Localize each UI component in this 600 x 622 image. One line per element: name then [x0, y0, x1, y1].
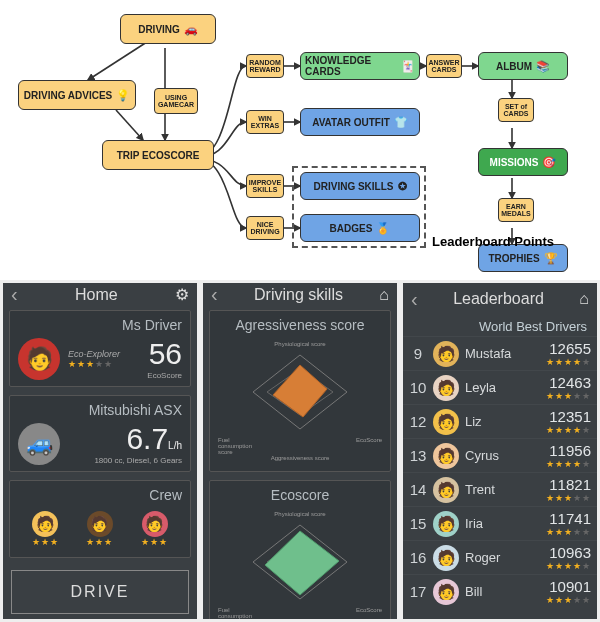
player-name: Cyrus	[465, 448, 540, 463]
player-stars: ★★★★★	[546, 357, 591, 367]
crew-avatar: 🧑	[142, 511, 168, 537]
player-name: Trent	[465, 482, 540, 497]
svg-marker-2	[273, 365, 327, 417]
radar-chart-eco	[245, 517, 355, 607]
leaderboard-row[interactable]: 16🧑Roger10963★★★★★	[403, 540, 597, 574]
player-name: Mustafa	[465, 346, 540, 361]
concept-diagram: DRIVING🚗 DRIVING ADVICES💡 USING GAMECAR …	[0, 0, 600, 280]
ecoscore-title: Ecoscore	[218, 487, 382, 503]
node-using-gamecar: USING GAMECAR	[154, 88, 198, 114]
rank: 15	[409, 515, 427, 532]
node-album: ALBUM📚	[478, 52, 568, 80]
player-avatar: 🧑	[433, 443, 459, 469]
player-score: 12463	[546, 374, 591, 391]
radar-chart-aggr	[245, 347, 355, 437]
trophy-icon: 🏆	[544, 252, 558, 265]
crew-avatar: 🧑	[32, 511, 58, 537]
leaderboard-row[interactable]: 9🧑Mustafa12655★★★★★	[403, 336, 597, 370]
leaderboard-row[interactable]: 17🧑Bill10901★★★★★	[403, 574, 597, 608]
shirt-icon: 👕	[394, 116, 408, 129]
leaderboard-title: Leaderboard	[418, 290, 580, 308]
node-nice-driving: NICE DRIVING	[246, 216, 284, 240]
player-stars: ★★★★★	[546, 493, 591, 503]
skills-title: Driving skills	[218, 286, 380, 304]
leaderboard-subtitle: World Best Drivers	[403, 315, 597, 336]
driver-score-unit: EcoScore	[147, 371, 182, 380]
rank: 9	[409, 345, 427, 362]
leaderboard-row[interactable]: 12🧑Liz12351★★★★★	[403, 404, 597, 438]
rank: 16	[409, 549, 427, 566]
cards-icon: 🃏	[401, 60, 415, 73]
bulb-icon: 💡	[116, 89, 130, 102]
player-score: 10901	[546, 578, 591, 595]
skills-screen: ‹ Driving skills ⌂ Agressiveness score P…	[203, 283, 397, 619]
driver-role: Eco-Explorer	[68, 349, 139, 359]
car-card[interactable]: Mitsubishi ASX 🚙 6.7L/h 1800 cc, Diesel,…	[9, 395, 191, 472]
player-score: 11741	[546, 510, 591, 527]
player-stars: ★★★★★	[546, 391, 591, 401]
album-icon: 📚	[536, 60, 550, 73]
node-avatar-outfit: AVATAR OUTFIT👕	[300, 108, 420, 136]
driver-card[interactable]: Ms Driver 🧑 Eco-Explorer ★★★★★ 56 EcoSco…	[9, 310, 191, 387]
leaderboard-row[interactable]: 10🧑Leyla12463★★★★★	[403, 370, 597, 404]
target-icon: 🎯	[542, 156, 556, 169]
screenshots-row: ‹ Home ⚙ Ms Driver 🧑 Eco-Explorer ★★★★★ …	[0, 280, 600, 622]
player-stars: ★★★★★	[546, 425, 591, 435]
player-stars: ★★★★★	[546, 527, 591, 537]
drive-button[interactable]: DRIVE	[11, 570, 189, 614]
aggressiveness-card: Agressiveness score Physiological score …	[209, 310, 391, 472]
node-improve-skills: IMPROVE SKILLS	[246, 174, 284, 198]
car-value: 6.7L/h	[94, 422, 182, 456]
leaderboard-row[interactable]: 14🧑Trent11821★★★★★	[403, 472, 597, 506]
ecoscore-card: Ecoscore Physiological score Fuel consum…	[209, 480, 391, 619]
player-avatar: 🧑	[433, 341, 459, 367]
rank: 10	[409, 379, 427, 396]
node-trip-ecoscore: TRIP ECOSCORE	[102, 140, 214, 170]
player-avatar: 🧑	[433, 477, 459, 503]
crew-card[interactable]: Crew 🧑★★★ 🧑★★★ 🧑★★★	[9, 480, 191, 558]
leaderboard-row[interactable]: 13🧑Cyrus11956★★★★★	[403, 438, 597, 472]
back-icon[interactable]: ‹	[211, 283, 218, 306]
driver-stars: ★★★★★	[68, 359, 139, 369]
rank: 14	[409, 481, 427, 498]
player-name: Iria	[465, 516, 540, 531]
player-score: 12655	[546, 340, 591, 357]
back-icon[interactable]: ‹	[411, 288, 418, 311]
player-score: 10963	[546, 544, 591, 561]
rank: 13	[409, 447, 427, 464]
car-detail: 1800 cc, Diesel, 6 Gears	[94, 456, 182, 465]
home-title: Home	[18, 286, 175, 304]
player-score: 12351	[546, 408, 591, 425]
player-name: Liz	[465, 414, 540, 429]
crew-label: Crew	[18, 487, 182, 503]
gear-icon[interactable]: ⚙	[175, 285, 189, 304]
player-avatar: 🧑	[433, 579, 459, 605]
player-name: Roger	[465, 550, 540, 565]
driver-name: Ms Driver	[18, 317, 182, 333]
driver-score: 56	[147, 337, 182, 371]
leaderboard-screen: ‹ Leaderboard ⌂ World Best Drivers 9🧑Mus…	[403, 283, 597, 619]
car-name: Mitsubishi ASX	[18, 402, 182, 418]
home-icon[interactable]: ⌂	[379, 286, 389, 304]
node-win-extras: WIN EXTRAS	[246, 110, 284, 134]
aggressiveness-title: Agressiveness score	[218, 317, 382, 333]
player-stars: ★★★★★	[546, 459, 591, 469]
node-set-of-cards: SET of CARDS	[498, 98, 534, 122]
player-avatar: 🧑	[433, 511, 459, 537]
home-icon[interactable]: ⌂	[579, 290, 589, 308]
player-avatar: 🧑	[433, 409, 459, 435]
player-avatar: 🧑	[433, 545, 459, 571]
back-icon[interactable]: ‹	[11, 283, 18, 306]
player-name: Bill	[465, 584, 540, 599]
leaderboard-list[interactable]: 9🧑Mustafa12655★★★★★10🧑Leyla12463★★★★★12🧑…	[403, 336, 597, 608]
player-score: 11821	[546, 476, 591, 493]
player-score: 11956	[546, 442, 591, 459]
car-image: 🚙	[18, 423, 60, 465]
crew-avatar: 🧑	[87, 511, 113, 537]
node-missions: MISSIONS🎯	[478, 148, 568, 176]
node-knowledge-cards: KNOWLEDGE CARDS🃏	[300, 52, 420, 80]
node-random-reward: RANDOM REWARD	[246, 54, 284, 78]
leaderboard-row[interactable]: 15🧑Iria11741★★★★★	[403, 506, 597, 540]
player-stars: ★★★★★	[546, 595, 591, 605]
driver-avatar: 🧑	[18, 338, 60, 380]
